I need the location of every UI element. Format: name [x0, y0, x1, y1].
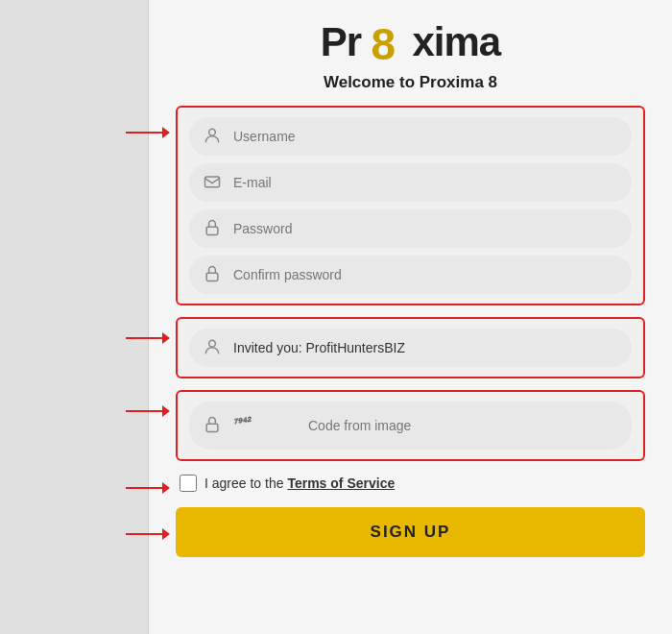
welcome-text: Welcome to Proxima 8 [176, 73, 645, 92]
password-input[interactable] [233, 221, 618, 236]
username-input[interactable] [233, 129, 618, 144]
invited-user-icon [203, 337, 224, 358]
main-content: Pr 8 xima Welcome to Proxima 8 [149, 0, 672, 634]
captcha-section: 7942 [176, 390, 645, 461]
svg-rect-2 [205, 177, 220, 187]
terms-row: I agree to the Terms of Service [176, 475, 645, 492]
terms-checkbox[interactable] [180, 475, 197, 492]
email-icon [203, 172, 224, 193]
invited-field-wrapper [189, 329, 632, 367]
captcha-field-wrapper: 7942 [189, 402, 632, 450]
logo-area: Pr 8 xima [176, 19, 645, 67]
email-input[interactable] [233, 175, 618, 190]
page-wrapper: Pr 8 xima Welcome to Proxima 8 [0, 0, 672, 634]
username-field-wrapper [189, 117, 632, 156]
svg-rect-6 [206, 424, 218, 431]
svg-point-5 [209, 340, 216, 347]
terms-text: I agree to the Terms of Service [204, 476, 395, 491]
lock-confirm-icon [203, 264, 224, 285]
invited-section [176, 317, 645, 378]
registration-form [176, 106, 645, 305]
confirm-password-field-wrapper [189, 256, 632, 294]
captcha-lock-icon [203, 415, 224, 436]
captcha-input[interactable] [308, 418, 618, 433]
terms-link[interactable]: Terms of Service [287, 476, 395, 491]
svg-text:7942: 7942 [233, 416, 252, 427]
confirm-password-input[interactable] [233, 267, 618, 282]
email-field-wrapper [189, 163, 632, 202]
user-icon [203, 126, 224, 147]
captcha-image: 7942 [233, 410, 299, 441]
svg-rect-3 [206, 227, 218, 234]
signup-button[interactable]: SIGN UP [176, 507, 645, 557]
invited-input[interactable] [233, 340, 618, 355]
svg-rect-4 [206, 273, 218, 280]
password-field-wrapper [189, 209, 632, 248]
svg-text:8: 8 [371, 21, 395, 65]
svg-point-1 [209, 129, 216, 135]
logo-icon: 8 [370, 21, 404, 65]
logo: Pr 8 xima [321, 19, 500, 67]
lock-icon [203, 218, 224, 239]
logo-xima: xima [412, 19, 500, 64]
logo-pr: Pr [321, 19, 361, 64]
